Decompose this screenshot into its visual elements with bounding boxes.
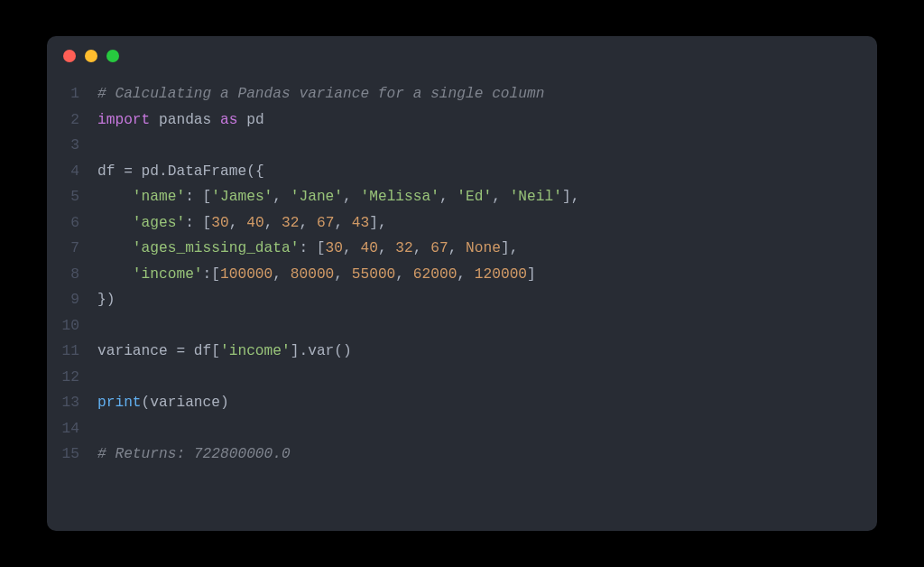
code-token: 67	[430, 240, 448, 256]
code-token: 'ages_missing_data'	[133, 240, 300, 256]
code-line: 14	[47, 416, 877, 442]
line-number: 9	[47, 287, 97, 313]
code-token: pandas	[150, 112, 220, 128]
code-token: 'income'	[133, 266, 203, 283]
code-token: ,	[300, 215, 317, 231]
code-token: 40	[246, 215, 263, 231]
code-token: # Returns: 722800000.0	[97, 446, 291, 462]
code-token: ,	[448, 240, 466, 256]
minimize-icon[interactable]	[85, 50, 97, 62]
code-token: variance	[97, 343, 176, 359]
code-token: ],	[501, 240, 518, 256]
code-token: =	[176, 343, 185, 359]
code-token: ({	[246, 163, 263, 180]
code-token: variance	[150, 395, 220, 411]
code-content: 'income':[100000, 80000, 55000, 62000, 1…	[97, 262, 536, 288]
code-token: 32	[282, 215, 299, 231]
code-token: ,	[413, 240, 430, 256]
code-token: =	[124, 163, 133, 180]
code-token: ,	[395, 266, 412, 283]
code-line: 13print(variance)	[47, 390, 877, 416]
code-token: })	[97, 292, 115, 308]
code-content	[97, 365, 106, 391]
code-token: pd	[237, 112, 263, 128]
code-content: })	[97, 287, 115, 313]
window-titlebar	[47, 36, 877, 76]
code-token: None	[466, 240, 501, 256]
code-token: ].var()	[291, 343, 352, 359]
code-content: 'ages': [30, 40, 32, 67, 43],	[97, 210, 387, 237]
code-token: ],	[369, 215, 386, 231]
line-number: 10	[47, 313, 97, 339]
line-number: 11	[47, 339, 97, 365]
code-window: 1# Calculating a Pandas variance for a s…	[47, 36, 877, 531]
line-number: 4	[47, 159, 97, 185]
code-content	[97, 313, 106, 339]
code-token: 55000	[352, 266, 396, 283]
code-line: 1# Calculating a Pandas variance for a s…	[47, 81, 877, 107]
code-line: 6 'ages': [30, 40, 32, 67, 43],	[47, 210, 877, 237]
code-line: 11variance = df['income'].var()	[47, 339, 877, 365]
code-token: ,	[273, 266, 290, 283]
code-token: 40	[360, 240, 377, 256]
code-token: 80000	[291, 266, 335, 283]
line-number: 3	[47, 133, 97, 159]
code-line: 15# Returns: 722800000.0	[47, 442, 877, 468]
line-number: 5	[47, 184, 97, 210]
code-token: 'Ed'	[457, 189, 492, 205]
code-token: 100000	[220, 266, 273, 283]
code-token	[97, 215, 133, 231]
code-token: import	[97, 112, 150, 128]
code-token: 32	[395, 240, 412, 256]
code-token: 30	[211, 215, 228, 231]
code-token: :[	[203, 266, 220, 283]
code-token	[97, 189, 133, 205]
code-token: ,	[439, 189, 457, 205]
line-number: 13	[47, 390, 97, 416]
code-token: print	[97, 395, 142, 411]
code-line: 3	[47, 133, 877, 159]
code-token: as	[220, 112, 237, 128]
code-token: pd.DataFrame	[133, 163, 246, 180]
code-line: 2import pandas as pd	[47, 107, 877, 134]
code-content: variance = df['income'].var()	[97, 339, 352, 365]
code-content: 'ages_missing_data': [30, 40, 32, 67, No…	[97, 236, 518, 262]
code-line: 9})	[47, 287, 877, 313]
code-token: df	[97, 163, 124, 180]
line-number: 6	[47, 210, 97, 237]
line-number: 2	[47, 107, 97, 134]
code-content: 'name': ['James', 'Jane', 'Melissa', 'Ed…	[97, 184, 579, 210]
code-token: ,	[273, 189, 290, 205]
code-token: # Calculating a Pandas variance for a si…	[97, 86, 544, 102]
code-line: 10	[47, 313, 877, 339]
code-token: ,	[334, 215, 351, 231]
code-token: )	[220, 395, 229, 411]
line-number: 8	[47, 262, 97, 288]
zoom-icon[interactable]	[106, 50, 119, 62]
code-token: 120000	[475, 266, 527, 283]
code-token: : [	[299, 240, 325, 256]
code-token: 'James'	[211, 189, 273, 205]
code-token: 43	[352, 215, 369, 231]
code-token: : [	[185, 215, 211, 231]
close-icon[interactable]	[63, 50, 76, 62]
code-token: ,	[334, 266, 351, 283]
line-number: 7	[47, 236, 97, 262]
code-token: : [	[185, 189, 211, 205]
code-token: df[	[185, 343, 220, 359]
code-content: # Calculating a Pandas variance for a si…	[97, 81, 544, 107]
code-token: ],	[562, 189, 579, 205]
code-token: ]	[527, 266, 536, 283]
code-token: 62000	[413, 266, 457, 283]
code-token: ,	[343, 189, 360, 205]
code-token: (	[142, 395, 151, 411]
code-content	[97, 416, 106, 442]
line-number: 1	[47, 81, 97, 107]
code-token: 'ages'	[133, 215, 185, 231]
line-number: 12	[47, 365, 97, 391]
code-token: ,	[229, 215, 246, 231]
code-token: 'Melissa'	[360, 189, 439, 205]
code-editor[interactable]: 1# Calculating a Pandas variance for a s…	[47, 76, 877, 486]
code-content: df = pd.DataFrame({	[97, 159, 264, 185]
code-token	[97, 266, 133, 283]
